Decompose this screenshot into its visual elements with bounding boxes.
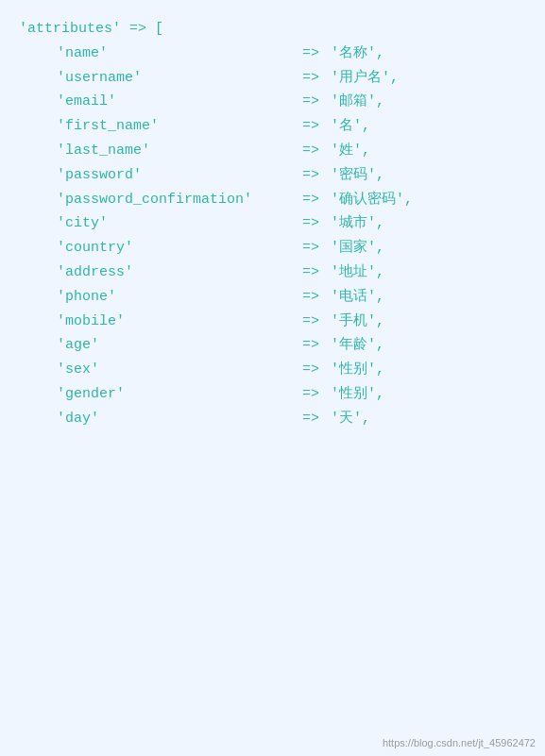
table-row: 'name' => '名称',	[19, 42, 526, 66]
row-arrow: =>	[302, 163, 331, 188]
row-arrow: =>	[302, 114, 331, 139]
row-arrow: =>	[302, 139, 331, 163]
row-value: '年龄',	[331, 333, 384, 358]
row-key: 'first_name'	[19, 114, 302, 139]
row-key: 'city'	[19, 211, 302, 236]
table-row: 'last_name' => '姓',	[19, 139, 526, 163]
row-value: '电话',	[331, 285, 384, 310]
row-key: 'password'	[19, 163, 302, 188]
row-value: '天',	[331, 407, 370, 431]
table-row: 'day' => '天',	[19, 407, 526, 431]
row-arrow: =>	[302, 66, 331, 91]
row-value: '用户名',	[331, 66, 399, 91]
row-arrow: =>	[302, 382, 331, 407]
code-block: 'attributes' => [ 'name' => '名称','userna…	[0, 0, 545, 756]
row-value: '地址',	[331, 260, 384, 285]
table-row: 'mobile' => '手机',	[19, 310, 526, 334]
row-key: 'phone'	[19, 285, 302, 310]
table-row: 'password_confirmation' => '确认密码',	[19, 188, 526, 212]
table-row: 'country' => '国家',	[19, 236, 526, 260]
table-row: 'email' => '邮箱',	[19, 90, 526, 114]
row-key: 'last_name'	[19, 139, 302, 163]
row-arrow: =>	[302, 260, 331, 285]
row-key: 'country'	[19, 236, 302, 260]
row-value: '手机',	[331, 310, 384, 334]
row-value: '密码',	[331, 163, 384, 188]
header-text: 'attributes' => [	[19, 17, 163, 42]
row-arrow: =>	[302, 211, 331, 236]
row-key: 'day'	[19, 407, 302, 431]
row-value: '名',	[331, 114, 370, 139]
row-key: 'mobile'	[19, 310, 302, 334]
table-row: 'first_name' => '名',	[19, 114, 526, 139]
row-arrow: =>	[302, 358, 331, 382]
row-arrow: =>	[302, 407, 331, 431]
row-key: 'gender'	[19, 382, 302, 407]
row-arrow: =>	[302, 90, 331, 114]
row-value: '姓',	[331, 139, 370, 163]
row-key: 'password_confirmation'	[19, 188, 302, 212]
row-key: 'username'	[19, 66, 302, 91]
watermark: https://blog.csdn.net/jt_45962472	[383, 737, 536, 748]
table-row: 'phone' => '电话',	[19, 285, 526, 310]
row-key: 'address'	[19, 260, 302, 285]
row-value: '性别',	[331, 382, 384, 407]
header-line: 'attributes' => [	[19, 17, 526, 42]
row-key: 'age'	[19, 333, 302, 358]
rows-container: 'name' => '名称','username' => '用户名','emai…	[19, 42, 526, 431]
table-row: 'address' => '地址',	[19, 260, 526, 285]
row-key: 'email'	[19, 90, 302, 114]
table-row: 'gender' => '性别',	[19, 382, 526, 407]
row-arrow: =>	[302, 188, 331, 212]
row-key: 'name'	[19, 42, 302, 66]
table-row: 'age' => '年龄',	[19, 333, 526, 358]
row-value: '城市',	[331, 211, 384, 236]
row-value: '名称',	[331, 42, 384, 66]
table-row: 'username' => '用户名',	[19, 66, 526, 91]
row-value: '性别',	[331, 358, 384, 382]
table-row: 'sex' => '性别',	[19, 358, 526, 382]
row-value: '邮箱',	[331, 90, 384, 114]
row-key: 'sex'	[19, 358, 302, 382]
row-arrow: =>	[302, 333, 331, 358]
row-arrow: =>	[302, 236, 331, 260]
row-value: '确认密码',	[331, 188, 413, 212]
table-row: 'city' => '城市',	[19, 211, 526, 236]
table-row: 'password' => '密码',	[19, 163, 526, 188]
row-arrow: =>	[302, 285, 331, 310]
row-arrow: =>	[302, 310, 331, 334]
row-value: '国家',	[331, 236, 384, 260]
row-arrow: =>	[302, 42, 331, 66]
